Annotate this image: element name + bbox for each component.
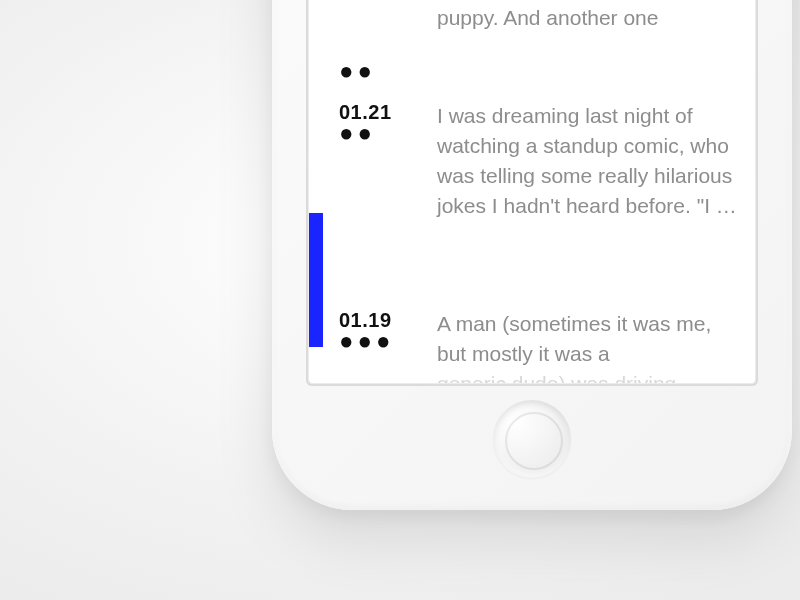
- entry-body-cutoff: generic dude) was driving: [437, 372, 676, 383]
- entry-body: I was dreaming last night of watching a …: [437, 101, 739, 221]
- tag-dots: ●●●: [339, 335, 395, 347]
- phone-mockup: ●● puppy. And another one 01.21 ●● I was…: [272, 0, 792, 510]
- entry-body: A man (sometimes it was me, but mostly i…: [437, 309, 739, 383]
- tag-dots: ●●: [339, 65, 376, 77]
- entry-body-line: A man (sometimes it was me, but mostly i…: [437, 312, 711, 365]
- tag-dots: ●●: [339, 127, 376, 139]
- screen-bezel: ●● puppy. And another one 01.21 ●● I was…: [306, 0, 758, 386]
- entry-body: puppy. And another one: [437, 3, 739, 33]
- app-screen[interactable]: ●● puppy. And another one 01.21 ●● I was…: [309, 0, 755, 383]
- journal-feed[interactable]: ●● puppy. And another one 01.21 ●● I was…: [309, 0, 755, 383]
- selection-indicator: [309, 213, 323, 347]
- home-button[interactable]: [493, 400, 571, 478]
